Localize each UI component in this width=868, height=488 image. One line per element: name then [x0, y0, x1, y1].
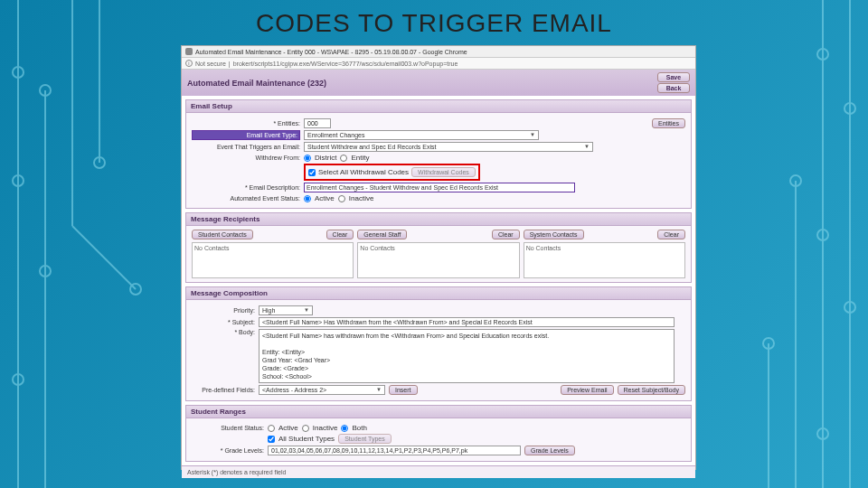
grade-levels-label: * Grade Levels: [192, 447, 264, 454]
student-ranges-title: Student Ranges [185, 405, 692, 418]
withdrew-district-label: District [315, 154, 336, 162]
status-label: Automated Event Status: [192, 195, 300, 202]
range-both-label: Both [352, 424, 366, 432]
url-text: brokert/scripts11/cgipw.exe/WService=367… [233, 61, 458, 67]
back-button[interactable]: Back [657, 83, 690, 93]
select-all-codes-label: Select All Withdrawal Codes [318, 168, 409, 176]
event-type-select[interactable]: Enrollment Changes [304, 130, 539, 140]
body-field[interactable]: <Student Full Name> has withdrawn from t… [259, 329, 675, 383]
all-student-types-label: All Student Types [278, 435, 335, 443]
description-field[interactable]: Enrollment Changes - Student Withdrew an… [304, 183, 575, 192]
reset-subject-body-button[interactable]: Reset Subject/Body [618, 385, 685, 395]
email-setup-section: Email Setup * Entities: 000 Entities Ema… [185, 99, 692, 209]
insert-button[interactable]: Insert [389, 385, 418, 395]
grade-levels-button[interactable]: Grade Levels [524, 446, 575, 455]
status-inactive-radio[interactable] [338, 195, 345, 202]
clear-system-button[interactable]: Clear [657, 230, 685, 239]
withdrew-district-radio[interactable] [304, 155, 311, 162]
body-label: * Body: [192, 329, 255, 335]
info-icon: i [185, 60, 193, 67]
url-bar: i Not secure | brokert/scripts11/cgipw.e… [182, 58, 695, 70]
description-label: * Email Description: [192, 184, 300, 191]
save-button[interactable]: Save [657, 72, 690, 82]
select-all-codes-checkbox[interactable] [308, 169, 316, 176]
status-inactive-radio2[interactable] [302, 425, 309, 432]
clear-student-button[interactable]: Clear [326, 230, 354, 239]
entities-field[interactable]: 000 [304, 118, 331, 128]
composition-section: Message Composition Priority: High * Sub… [185, 286, 692, 401]
required-field-note: Asterisk (*) denotes a required field [182, 465, 695, 478]
event-type-label: Email Event Type: [192, 130, 300, 140]
system-contacts-list[interactable]: No Contacts [524, 242, 685, 278]
status-active-label: Active [315, 194, 335, 202]
not-secure-label: Not secure [195, 61, 226, 67]
email-setup-title: Email Setup [185, 99, 692, 113]
general-staff-list[interactable]: No Contacts [357, 242, 519, 278]
predefined-select[interactable]: <Address - Address 2> [259, 385, 385, 395]
student-contacts-list[interactable]: No Contacts [192, 242, 354, 278]
withdrawal-codes-button[interactable]: Withdrawal Codes [411, 167, 476, 177]
system-contacts-button[interactable]: System Contacts [524, 230, 584, 239]
status-inactive-label: Inactive [349, 194, 374, 202]
withdrew-entity-radio[interactable] [340, 155, 347, 162]
all-student-types-checkbox[interactable] [268, 436, 275, 443]
slide-title: CODES TO TRIGGER EMAIL [0, 9, 868, 38]
general-staff-button[interactable]: General Staff [357, 230, 407, 239]
range-active-label: Active [278, 424, 298, 432]
withdrawal-codes-highlight: Select All Withdrawal Codes Withdrawal C… [304, 164, 480, 181]
recipients-title: Message Recipients [185, 212, 692, 226]
subject-field[interactable]: <Student Full Name> Has Withdrawn from t… [259, 317, 675, 327]
student-status-label: Student Status: [192, 425, 264, 431]
range-inactive-label: Inactive [313, 424, 338, 432]
app-icon [185, 48, 193, 55]
composition-title: Message Composition [185, 286, 692, 300]
svg-line-8 [72, 226, 136, 289]
tab-title: Automated Email Maintenance - Entity 000… [195, 49, 467, 55]
priority-select[interactable]: High [259, 305, 313, 315]
status-both-radio[interactable] [341, 425, 348, 432]
student-contacts-button[interactable]: Student Contacts [192, 230, 253, 239]
page-title: Automated Email Maintenance (232) [187, 79, 326, 88]
app-header: Automated Email Maintenance (232) Save B… [182, 70, 695, 96]
recipients-section: Message Recipients Student ContactsClear… [185, 212, 692, 283]
entities-label: * Entities: [192, 120, 300, 127]
trigger-label: Event That Triggers an Email: [192, 144, 300, 150]
withdrew-from-label: Withdrew From: [192, 155, 300, 161]
trigger-select[interactable]: Student Withdrew and Spec Ed Records Exi… [304, 142, 593, 152]
student-ranges-section: Student Ranges Student Status: Active In… [185, 405, 692, 462]
student-types-button[interactable]: Student Types [338, 434, 392, 444]
entities-button[interactable]: Entities [652, 118, 685, 128]
clear-staff-button[interactable]: Clear [492, 230, 520, 239]
browser-window: Automated Email Maintenance - Entity 000… [181, 45, 696, 470]
subject-label: * Subject: [192, 319, 255, 325]
preview-email-button[interactable]: Preview Email [561, 385, 613, 395]
priority-label: Priority: [192, 307, 255, 314]
status-active-radio2[interactable] [268, 425, 275, 432]
predefined-label: Pre-defined Fields: [192, 387, 255, 393]
withdrew-entity-label: Entity [351, 154, 369, 162]
grade-levels-field[interactable]: 01,02,03,04,05,06,07,08,09,10,11,12,13,1… [268, 446, 521, 455]
status-active-radio[interactable] [304, 195, 311, 202]
chrome-tab-bar: Automated Email Maintenance - Entity 000… [182, 46, 695, 58]
